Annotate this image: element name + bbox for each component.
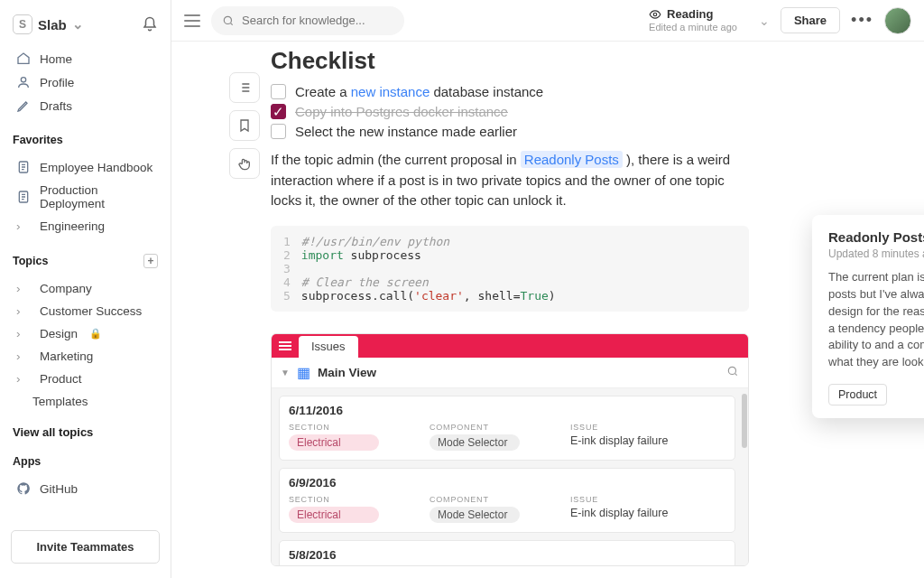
issue-card[interactable]: 5/8/2016SECTIONCOMPONENTISSUE <box>279 540 735 565</box>
fav-label: Employee Handbook <box>40 161 152 174</box>
popover-tag[interactable]: Product <box>828 384 887 406</box>
search-icon[interactable] <box>726 365 739 380</box>
fav-label: Engineering <box>40 219 105 233</box>
fav-item[interactable]: Employee Handbook <box>7 155 163 179</box>
popover-title: Readonly Posts <box>828 229 924 245</box>
clap-button[interactable] <box>229 148 260 179</box>
search-input[interactable] <box>242 14 393 27</box>
chevron-right-icon: › <box>16 219 31 233</box>
popover-body: The current plan is to add the ability t… <box>828 269 924 371</box>
embed-header: Issues <box>272 334 748 358</box>
pencil-icon <box>16 98 31 113</box>
grid-icon: ▦ <box>297 364 310 381</box>
checklist-item[interactable]: Select the new instance made earlier <box>271 124 924 139</box>
topic-item[interactable]: ›Company <box>7 277 163 300</box>
col-label: SECTION <box>289 495 379 504</box>
embed-view-name[interactable]: Main View <box>318 366 719 379</box>
embed-body[interactable]: 6/11/2016SECTIONElectricalCOMPONENTMode … <box>272 388 748 565</box>
svg-point-3 <box>224 16 231 23</box>
more-menu[interactable]: ••• <box>851 11 873 30</box>
embed-tab-issues[interactable]: Issues <box>299 336 358 358</box>
issue-card[interactable]: 6/9/2016SECTIONElectricalCOMPONENTMode S… <box>279 468 735 533</box>
fav-item[interactable]: › Engineering <box>7 215 163 238</box>
document: Checklist Create a new instance database… <box>271 42 924 578</box>
outline-button[interactable] <box>229 72 260 103</box>
checklist-text: Select the new instance made earlier <box>295 124 517 139</box>
chevron-right-icon: › <box>16 350 31 363</box>
svg-point-4 <box>653 13 657 16</box>
topic-item[interactable]: ›Product <box>7 368 163 390</box>
section-pill: Electrical <box>289 507 379 523</box>
line-numbers: 12345 <box>283 235 301 303</box>
link-new-instance[interactable]: new instance <box>351 84 430 99</box>
status-subtext: Edited a minute ago <box>649 22 737 33</box>
home-icon <box>16 51 31 66</box>
lock-icon: 🔒 <box>89 328 102 340</box>
notifications-icon[interactable] <box>142 16 158 33</box>
link-preview-popover: Readonly Posts Updated 8 minutes ago · 4… <box>812 215 924 418</box>
component-pill: Mode Selector <box>430 507 520 523</box>
mention-readonly-posts[interactable]: Readonly Posts <box>521 151 623 168</box>
checkbox-checked[interactable]: ✓ <box>271 104 286 119</box>
fav-item[interactable]: Production Deployment <box>7 179 163 215</box>
nav-profile-label: Profile <box>40 76 74 89</box>
scrollbar[interactable] <box>742 394 747 448</box>
chevron-down-icon: ⌄ <box>759 14 770 28</box>
issue-card[interactable]: 6/11/2016SECTIONElectricalCOMPONENTMode … <box>279 396 735 461</box>
issue-date: 6/11/2016 <box>289 404 725 417</box>
embed-menu-icon[interactable] <box>279 341 291 350</box>
embed-subheader: ▼ ▦ Main View <box>272 358 748 388</box>
eye-icon <box>649 8 661 21</box>
status-dropdown[interactable]: Reading Edited a minute ago <box>649 7 737 33</box>
status-label: Reading <box>667 7 713 22</box>
invite-teammates-button[interactable]: Invite Teammates <box>11 530 160 564</box>
topic-item[interactable]: ›Marketing <box>7 345 163 368</box>
svg-point-5 <box>728 367 735 374</box>
issue-text: E-ink display failure <box>570 434 697 447</box>
col-label: COMPONENT <box>430 423 520 432</box>
search-field[interactable] <box>211 6 404 35</box>
paragraph: If the topic admin (the current proposal… <box>271 150 758 211</box>
col-label: ISSUE <box>570 495 697 504</box>
nav-drafts-label: Drafts <box>40 99 72 113</box>
search-icon <box>222 14 235 27</box>
nav-drafts[interactable]: Drafts <box>7 94 163 117</box>
app-github[interactable]: GitHub <box>7 477 163 500</box>
col-label: SECTION <box>289 423 379 432</box>
nav-home[interactable]: Home <box>7 47 163 70</box>
col-label: ISSUE <box>570 423 697 432</box>
topic-label: Templates <box>32 395 88 408</box>
bookmark-button[interactable] <box>229 110 260 141</box>
nav-home-label: Home <box>40 52 72 66</box>
issues-embed: Issues ▼ ▦ Main View 6/11/2016SECTIONEle… <box>271 333 749 566</box>
code-content: #!/usr/bin/env python import subprocess … <box>301 235 556 303</box>
col-label: COMPONENT <box>430 495 520 504</box>
topics-header: Topics + <box>0 241 171 274</box>
svg-point-0 <box>21 78 25 82</box>
user-avatar[interactable] <box>884 7 911 34</box>
add-topic-button[interactable]: + <box>143 254 158 268</box>
topic-item[interactable]: ›Customer Success <box>7 300 163 322</box>
apps-header: Apps <box>0 443 171 473</box>
topic-label: Customer Success <box>40 304 142 318</box>
menu-toggle[interactable] <box>184 14 200 27</box>
view-all-topics[interactable]: View all topics <box>0 416 171 443</box>
popover-meta: Updated 8 minutes ago · 4 views <box>828 247 924 260</box>
nav-profile[interactable]: Profile <box>7 70 163 94</box>
workspace-icon: S <box>13 14 32 34</box>
share-button[interactable]: Share <box>781 7 840 33</box>
app-github-label: GitHub <box>40 482 78 496</box>
workspace-switcher[interactable]: S Slab ⌄ <box>13 14 81 34</box>
clap-icon <box>237 156 252 171</box>
checkbox[interactable] <box>271 124 286 139</box>
checklist-item[interactable]: Create a new instance database instance <box>271 84 924 99</box>
checklist-text: Create a new instance database instance <box>295 84 543 99</box>
github-icon <box>16 481 31 496</box>
triangle-down-icon[interactable]: ▼ <box>281 368 290 378</box>
checkbox[interactable] <box>271 84 286 99</box>
checklist-item[interactable]: ✓ Copy into Postgres docker instance <box>271 104 924 119</box>
topic-item[interactable]: Templates <box>7 390 163 413</box>
list-icon <box>237 80 252 95</box>
topic-item[interactable]: ›Design🔒 <box>7 322 163 345</box>
issue-date: 5/8/2016 <box>289 548 725 562</box>
